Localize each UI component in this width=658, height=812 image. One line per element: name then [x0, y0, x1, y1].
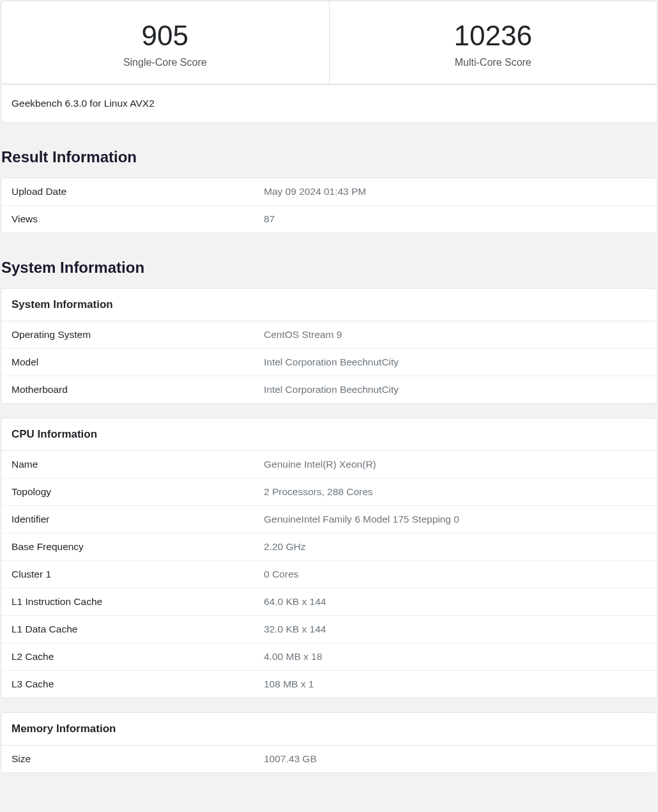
memory-info-card: Memory InformationSize1007.43 GB: [1, 712, 657, 773]
data-label: Model: [11, 356, 264, 368]
multi-core-label: Multi-Core Score: [330, 57, 657, 68]
card-header: Memory Information: [1, 713, 657, 746]
scores-card: 905 Single-Core Score 10236 Multi-Core S…: [1, 1, 657, 84]
data-row: L1 Instruction Cache64.0 KB x 144: [1, 588, 657, 616]
result-info-title: Result Information: [1, 148, 658, 166]
data-label: Upload Date: [11, 186, 264, 197]
data-row: Topology2 Processors, 288 Cores: [1, 479, 657, 506]
cpu-info-card: CPU InformationNameGenuine Intel(R) Xeon…: [1, 418, 657, 698]
data-value: 64.0 KB x 144: [264, 596, 647, 608]
data-value: May 09 2024 01:43 PM: [264, 186, 647, 197]
single-core-label: Single-Core Score: [1, 57, 329, 68]
data-value: 1007.43 GB: [264, 753, 647, 765]
data-label: Operating System: [11, 329, 264, 341]
data-row: NameGenuine Intel(R) Xeon(R): [1, 451, 657, 479]
data-row: MotherboardIntel Corporation BeechnutCit…: [1, 376, 657, 403]
data-row: Views87: [1, 206, 657, 233]
data-label: Motherboard: [11, 384, 264, 395]
data-label: Name: [11, 459, 264, 470]
data-value: Intel Corporation BeechnutCity: [264, 356, 647, 368]
system-info-title: System Information: [1, 259, 658, 277]
data-label: Identifier: [11, 514, 264, 525]
data-value: 0 Cores: [264, 569, 647, 580]
data-value: 32.0 KB x 144: [264, 624, 647, 635]
data-label: L1 Data Cache: [11, 624, 264, 635]
data-row: Size1007.43 GB: [1, 746, 657, 772]
card-header: System Information: [1, 289, 657, 321]
data-row: Cluster 10 Cores: [1, 561, 657, 588]
version-card: Geekbench 6.3.0 for Linux AVX2: [1, 84, 657, 123]
data-value: Intel Corporation BeechnutCity: [264, 384, 647, 395]
single-core-value: 905: [1, 19, 329, 53]
multi-core-value: 10236: [330, 19, 657, 53]
data-label: L3 Cache: [11, 678, 264, 690]
data-label: Topology: [11, 486, 264, 498]
data-label: Size: [11, 753, 264, 765]
card-header: CPU Information: [1, 418, 657, 451]
data-row: Operating SystemCentOS Stream 9: [1, 321, 657, 349]
data-row: Base Frequency2.20 GHz: [1, 533, 657, 561]
data-row: L2 Cache4.00 MB x 18: [1, 643, 657, 671]
data-value: 2 Processors, 288 Cores: [264, 486, 647, 498]
system-info-card: System InformationOperating SystemCentOS…: [1, 288, 657, 404]
single-core-score: 905 Single-Core Score: [1, 1, 330, 84]
data-value: 2.20 GHz: [264, 541, 647, 553]
data-label: L1 Instruction Cache: [11, 596, 264, 608]
data-value: CentOS Stream 9: [264, 329, 647, 341]
data-value: 108 MB x 1: [264, 678, 647, 690]
data-label: Base Frequency: [11, 541, 264, 553]
data-row: L1 Data Cache32.0 KB x 144: [1, 616, 657, 643]
data-value: GenuineIntel Family 6 Model 175 Stepping…: [264, 514, 647, 525]
result-info-card: Upload DateMay 09 2024 01:43 PMViews87: [1, 178, 657, 233]
data-label: Views: [11, 213, 264, 225]
data-label: Cluster 1: [11, 569, 264, 580]
data-row: L3 Cache108 MB x 1: [1, 671, 657, 698]
data-row: Upload DateMay 09 2024 01:43 PM: [1, 178, 657, 206]
data-value: 4.00 MB x 18: [264, 651, 647, 663]
data-value: 87: [264, 213, 647, 225]
data-label: L2 Cache: [11, 651, 264, 663]
data-value: Genuine Intel(R) Xeon(R): [264, 459, 647, 470]
version-text: Geekbench 6.3.0 for Linux AVX2: [11, 98, 155, 109]
data-row: ModelIntel Corporation BeechnutCity: [1, 349, 657, 376]
data-row: IdentifierGenuineIntel Family 6 Model 17…: [1, 506, 657, 533]
multi-core-score: 10236 Multi-Core Score: [330, 1, 657, 84]
